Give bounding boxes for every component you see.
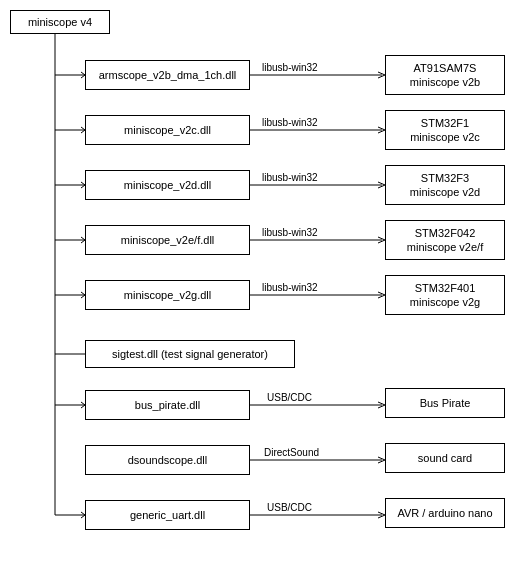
node-arm_dll: armscope_v2b_dma_1ch.dll	[85, 60, 250, 90]
node-sig_dll: sigtest.dll (test signal generator)	[85, 340, 295, 368]
node-dsound_hw: sound card	[385, 443, 505, 473]
edge-label-lbl_v2d: libusb-win32	[260, 172, 320, 183]
node-arm_hw: AT91SAM7S miniscope v2b	[385, 55, 505, 95]
edge-label-lbl_uart: USB/CDC	[265, 502, 314, 513]
node-v2c_hw: STM32F1 miniscope v2c	[385, 110, 505, 150]
node-uart_hw: AVR / arduino nano	[385, 498, 505, 528]
node-v2g_dll: miniscope_v2g.dll	[85, 280, 250, 310]
node-v2ef_dll: miniscope_v2e/f.dll	[85, 225, 250, 255]
edge-label-lbl_v2c: libusb-win32	[260, 117, 320, 128]
node-root: miniscope v4	[10, 10, 110, 34]
edge-label-lbl_dsound: DirectSound	[262, 447, 321, 458]
node-v2d_hw: STM32F3 miniscope v2d	[385, 165, 505, 205]
edge-label-lbl_v2ef: libusb-win32	[260, 227, 320, 238]
node-dsound_dll: dsoundscope.dll	[85, 445, 250, 475]
node-bus_dll: bus_pirate.dll	[85, 390, 250, 420]
node-uart_dll: generic_uart.dll	[85, 500, 250, 530]
diagram: miniscope v4armscope_v2b_dma_1ch.dllAT91…	[0, 0, 521, 571]
edge-label-lbl_v2g: libusb-win32	[260, 282, 320, 293]
node-v2d_dll: miniscope_v2d.dll	[85, 170, 250, 200]
node-v2g_hw: STM32F401 miniscope v2g	[385, 275, 505, 315]
node-v2ef_hw: STM32F042 miniscope v2e/f	[385, 220, 505, 260]
node-v2c_dll: miniscope_v2c.dll	[85, 115, 250, 145]
node-bus_hw: Bus Pirate	[385, 388, 505, 418]
edge-label-lbl_bus: USB/CDC	[265, 392, 314, 403]
edge-label-lbl_arm: libusb-win32	[260, 62, 320, 73]
